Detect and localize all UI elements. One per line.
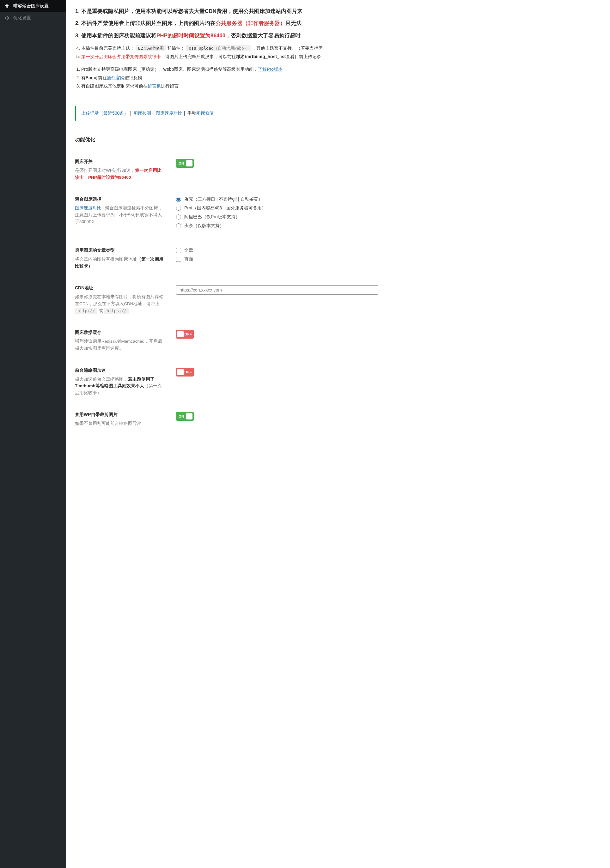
desc-posttype: 将文章内的图片替换为图床地址（第一次启用比较卡） — [75, 256, 163, 270]
desc-crop: 如果不禁用则可能前台缩略图异常 — [75, 420, 163, 427]
sidebar-label-main: 喵容聚合图床设置 — [13, 3, 49, 9]
toggle-switch[interactable]: ON — [176, 159, 194, 168]
gear-icon — [5, 16, 11, 20]
sidebar-label-sub: 优化设置 — [13, 15, 31, 21]
desc-cache: 强烈建议启用Redis或者Memcached，开启后极大加快图床查询速度。 — [75, 338, 163, 352]
desc-cdn: 如果你原先在本地未存图片，将所有图片存储在CDN，那么在下方填入CDN地址，请带… — [75, 293, 163, 314]
radio-input-0[interactable] — [176, 197, 181, 202]
intro-big-2: 本插件严禁使用者上传非法图片至图床，上传的图片均在公共服务器（非作者服务器）且无… — [81, 18, 601, 28]
intro-small-5: 第一次开启图床会占用带宽传图导致很卡，待图片上传完毕后就没事，可以前往域名/mr… — [81, 53, 601, 61]
chk-input-post[interactable] — [176, 248, 181, 253]
label-select: 聚合图床选择 — [75, 197, 163, 202]
link-upload-log[interactable]: 上传记录（最近500条） — [81, 110, 128, 116]
desc-select: 图床速度对比 | 聚合图床加速检索不分图床，注意图片上传要求为：小于5M,长或宽… — [75, 205, 163, 225]
radio-input-1[interactable] — [176, 206, 181, 211]
link-fix[interactable]: 图床修复 — [196, 110, 214, 116]
link-speed-compare[interactable]: 图床速度对比 — [75, 206, 101, 210]
label-cache: 图床数据缓存 — [75, 330, 163, 335]
field-select: 聚合图床选择 图床速度对比 | 聚合图床加速检索不分图床，注意图片上传要求为：小… — [66, 181, 610, 232]
label-thumb: 前台缩略图加速 — [75, 368, 163, 374]
input-cdn[interactable] — [176, 285, 378, 295]
field-crop: 禁用WP自带裁剪图片 如果不禁用则可能前台缩略图异常 ON — [66, 396, 610, 427]
label-switch: 图床开关 — [75, 159, 163, 164]
home-icon — [5, 3, 11, 9]
radio-opt-0[interactable]: 蛋壳（三方接口 | 不支持gif | 自动鉴黄） — [176, 197, 601, 202]
radio-input-2[interactable] — [176, 214, 181, 220]
field-switch: 图床开关 是否打开图床对WP进行加速，第一次启用比较卡，PHP超时设置为8640… — [66, 143, 610, 181]
field-thumb: 前台缩略图加速 极大加速前台文章缩略图，若主题使用了Timthumb等缩略图工具… — [66, 352, 610, 397]
intro-big-3: 使用本插件的图床功能前建议将PHP的超时时间设置为86400，否则数据量大了容易… — [81, 31, 601, 41]
link-check[interactable]: 图床检测 — [133, 110, 151, 116]
field-cdn: CDN地址 如果你原先在本地未存图片，将所有图片存储在CDN，那么在下方填入CD… — [66, 270, 610, 314]
code-plugin: Oss Upload（自动禁用webp） — [186, 45, 251, 51]
chk-input-page[interactable] — [176, 257, 181, 262]
radio-opt-2[interactable]: 阿里巴巴（仅Pro版本支持） — [176, 214, 601, 220]
desc-thumb: 极大加速前台文章缩略图，若主题使用了Timthumb等缩略图工具则效果不大（第一… — [75, 376, 163, 397]
link-speed[interactable]: 图床速度对比 — [156, 110, 182, 116]
section-title: 功能优化 — [66, 121, 610, 143]
intro-block: 不是重要或隐私图片，使用本功能可以帮您省去大量CDN费用，使用公共图床加速站内图… — [66, 0, 610, 90]
radio-input-3[interactable] — [176, 223, 181, 228]
link-board[interactable]: 留言板 — [147, 84, 161, 88]
more-2: 有Bug可前往插件官网进行反馈 — [81, 74, 601, 82]
label-posttype: 启用图床的文章类型 — [75, 248, 163, 253]
desc-switch: 是否打开图床对WP进行加速，第一次启用比较卡，PHP超时设置为86400 — [75, 167, 163, 181]
more-3: 有自建图床或其他定制需求可前往留言板进行留言 — [81, 82, 601, 90]
field-posttype: 启用图床的文章类型 将文章内的图片替换为图床地址（第一次启用比较卡） 文章 页面 — [66, 232, 610, 270]
intro-small-4: 本插件目前完美支持主题： B2全站缩略图 和插件： Oss Upload（自动禁… — [81, 44, 601, 53]
sidebar: 喵容聚合图床设置 优化设置 — [0, 0, 66, 868]
sidebar-item-main[interactable]: 喵容聚合图床设置 — [0, 0, 66, 12]
more-1: Pro版本支持更高级电商图床（更稳定）、webp图床、图床定期扫描修复等高级实用… — [81, 65, 601, 74]
radio-opt-1[interactable]: Prnt（国内容易403，国外服务器可备用） — [176, 205, 601, 211]
main-content: 不是重要或隐私图片，使用本功能可以帮您省去大量CDN费用，使用公共图床加速站内图… — [66, 0, 610, 868]
link-official[interactable]: 插件官网 — [107, 75, 124, 80]
code-theme: B2全站缩略图 — [136, 45, 166, 51]
toggle-crop[interactable]: ON — [176, 412, 194, 421]
radio-opt-3[interactable]: 头条（仅版本支持） — [176, 223, 601, 229]
chk-page[interactable]: 页面 — [176, 256, 601, 262]
sidebar-item-optimize[interactable]: 优化设置 — [0, 12, 66, 24]
label-cdn: CDN地址 — [75, 285, 163, 291]
field-cache: 图床数据缓存 强烈建议启用Redis或者Memcached，开启后极大加快图床查… — [66, 314, 610, 352]
chk-post[interactable]: 文章 — [176, 248, 601, 253]
toggle-cache[interactable]: OFF — [176, 330, 194, 339]
intro-big-1: 不是重要或隐私图片，使用本功能可以帮您省去大量CDN费用，使用公共图床加速站内图… — [81, 6, 601, 16]
label-crop: 禁用WP自带裁剪图片 — [75, 412, 163, 418]
link-pro[interactable]: 了解Pro版本 — [258, 67, 282, 72]
toggle-thumb[interactable]: OFF — [176, 368, 194, 377]
notice-bar: 上传记录（最近500条）| 图床检测| 图床速度对比| 手动图床修复 — [75, 106, 601, 121]
